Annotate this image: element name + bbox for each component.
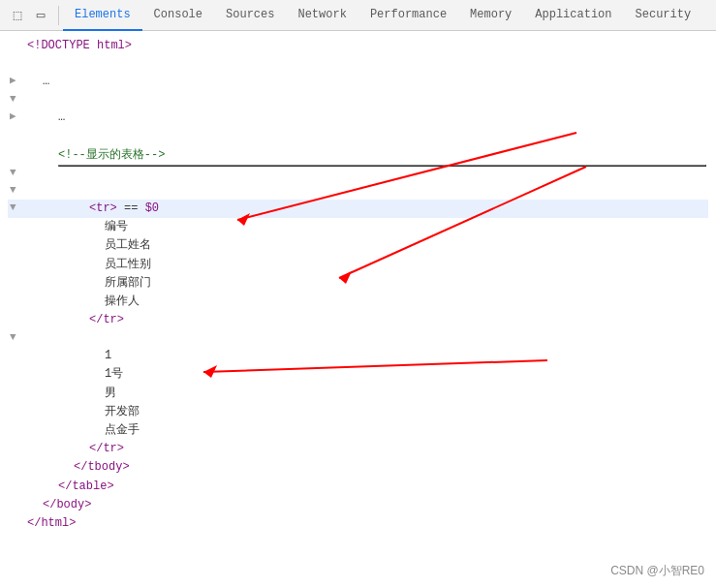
code-line: ▼ [8,329,708,347]
code-line: 操作人 [8,293,708,311]
code-line: <!--显示的表格--> [8,146,708,165]
code-content: </tr> [27,440,706,458]
code-line: 点金手 [8,421,708,440]
code-content: 开发部 [27,403,706,421]
code-line: 开发部 [8,403,708,421]
code-line: </table> [8,478,708,496]
code-line: ▼ [8,91,708,108]
code-content: … [27,108,716,127]
device-icon[interactable]: ▭ [31,6,50,25]
code-content: 1 [27,347,706,365]
line-gutter[interactable]: ▼ [10,165,27,182]
code-line: </tr> [8,440,708,458]
code-content: 员工性别 [27,256,706,274]
tab-memory[interactable]: Memory [458,0,523,31]
code-content: 所属部门 [27,274,706,293]
line-gutter[interactable]: ▶ [10,108,27,126]
code-line: ▶… [8,73,708,91]
code-line [8,128,708,146]
line-gutter[interactable]: ▼ [10,200,27,217]
code-line: <!DOCTYPE html> [8,37,708,55]
code-panel: <!DOCTYPE html>▶…▼▶…<!--显示的表格-->▼▼▼<tr> … [0,31,716,588]
line-gutter[interactable]: ▶ [10,73,27,90]
code-content: <!DOCTYPE html> [27,37,706,55]
tab-network[interactable]: Network [286,0,358,31]
line-gutter[interactable]: ▼ [10,91,27,108]
code-line: ▼ [8,165,708,182]
code-content: … [27,73,706,91]
code-line: ▶… [8,108,708,127]
line-gutter[interactable]: ▼ [10,329,27,347]
code-content: </tr> [27,311,706,329]
code-line: </tr> [8,311,708,329]
tab-sources[interactable]: Sources [214,0,286,31]
code-line: 员工性别 [8,256,708,274]
code-content: 1号 [27,365,706,384]
code-content: 点金手 [27,421,706,440]
tab-performance[interactable]: Performance [358,0,458,31]
code-content: <!--显示的表格--> [27,146,706,165]
tab-console[interactable]: Console [142,0,214,31]
code-content: </body> [27,496,706,514]
code-content: 编号 [27,218,706,236]
tab-security[interactable]: Security [624,0,703,31]
tab-application[interactable]: Application [523,0,623,31]
code-line [8,55,708,73]
code-line: 1 [8,347,708,365]
code-content: </html> [27,514,706,533]
code-content: <tr> == $0 [27,200,706,218]
code-line: ▼ [8,182,708,200]
code-content: 员工姓名 [27,236,706,255]
code-line: </body> [8,496,708,514]
code-content [27,165,706,167]
toolbar-icons: ⬚ ▭ [4,6,59,25]
code-content: </tbody> [27,458,706,477]
code-line: 员工姓名 [8,236,708,255]
code-content [27,128,706,146]
code-line: 编号 [8,218,708,236]
tab-elements[interactable]: Elements [63,0,142,31]
code-line: 男 [8,385,708,403]
code-line: </tbody> [8,458,708,477]
devtools-toolbar: ⬚ ▭ ElementsConsoleSourcesNetworkPerform… [0,0,716,31]
inspect-icon[interactable]: ⬚ [8,6,27,25]
code-content: </table> [27,478,706,496]
code-line: 1号 [8,365,708,384]
code-content: 操作人 [27,293,706,311]
code-line: </html> [8,514,708,533]
code-content: 男 [27,385,706,403]
code-line: ▼<tr> == $0 [8,200,708,218]
code-line: 所属部门 [8,274,708,293]
line-gutter[interactable]: ▼ [10,182,27,200]
watermark: CSDN @小智RE0 [610,562,704,580]
